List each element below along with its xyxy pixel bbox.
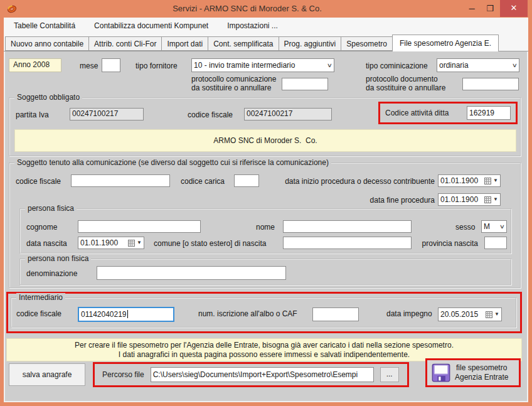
close-button[interactable]: ✕ — [500, 0, 528, 17]
info-banner-line1: Per creare il file spesometro per l'Agen… — [7, 341, 521, 350]
date-value: 01.01.1900 — [80, 238, 126, 247]
calendar-icon — [128, 240, 135, 247]
data-fine-datepicker[interactable]: 01.01.1900 ▼ — [438, 193, 501, 206]
chevron-down-icon: ∨ — [499, 223, 505, 230]
tab-file-spesometro-agenzia[interactable]: File spesometro Agenzia E. — [392, 35, 499, 51]
titlebar: Servizi - ARMO SNC di Moroder S. & Co. ─… — [0, 0, 532, 18]
calendar-icon — [486, 311, 492, 318]
tab-prog-aggiuntivi[interactable]: Prog. aggiuntivi — [279, 36, 342, 51]
codice-fiscale-intermediario-input[interactable]: 01142040219 — [78, 307, 174, 322]
codice-fiscale-label: codice fiscale — [16, 309, 61, 318]
percorso-file-label: Percorso file — [102, 370, 144, 379]
highlight-frame-intermediario: Intermediario codice fiscale 01142040219… — [6, 292, 522, 333]
group-persona-fisica: persona fisica cognome nome sesso M ∨ da… — [19, 208, 511, 254]
browse-button[interactable]: ... — [380, 367, 399, 382]
group-title: Soggetto tenuto alla comunicazione (se d… — [14, 158, 331, 167]
provincia-nascita-input[interactable] — [484, 237, 507, 249]
codice-fiscale-label: codice fiscale — [188, 110, 233, 119]
codice-carica-input[interactable] — [234, 174, 259, 187]
nome-input[interactable] — [283, 220, 412, 233]
codice-attivita-input[interactable]: 162919 — [467, 106, 511, 120]
data-inizio-datepicker[interactable]: 01.01.1900 ▼ — [438, 174, 501, 187]
text-caret — [127, 310, 128, 318]
dropdown-arrow-icon: ▼ — [493, 196, 498, 203]
dropdown-arrow-icon: ▼ — [494, 311, 499, 318]
group-title: Soggetto obbligato — [14, 93, 82, 102]
data-fine-label: data fine procedura — [260, 196, 435, 205]
albo-caf-input[interactable] — [312, 307, 359, 321]
sesso-select[interactable]: M ∨ — [481, 220, 507, 233]
group-intermediario: Intermediario codice fiscale 01142040219… — [11, 297, 516, 328]
sesso-value: M — [484, 222, 490, 231]
tab-cont-semplificata[interactable]: Cont. semplificata — [208, 36, 279, 51]
data-nascita-label: data nascita — [26, 239, 67, 248]
denominazione-label: denominazione — [26, 269, 77, 278]
albo-caf-label: num. iscrizione all'albo o CAF — [198, 309, 297, 318]
calendar-icon — [484, 196, 491, 203]
dropdown-arrow-icon: ▼ — [493, 178, 498, 184]
partita-iva-label: partita Iva — [16, 110, 49, 119]
protocollo-comunicazione-input[interactable] — [282, 78, 328, 90]
tab-import-dati[interactable]: Import dati — [161, 36, 208, 51]
window-title: Servizi - ARMO SNC di Moroder S. & Co. — [38, 0, 457, 18]
codice-fiscale-input[interactable]: 00247100217 — [244, 108, 332, 120]
data-nascita-datepicker[interactable]: 01.01.1900 ▼ — [78, 237, 144, 249]
tipo-fornitore-label: tipo fornitore — [136, 61, 178, 70]
denominazione-input[interactable] — [97, 266, 286, 280]
group-persona-non-fisica: persona non fisica denominazione — [19, 259, 511, 285]
codice-carica-label: codice carica — [181, 177, 225, 186]
mese-label: mese — [80, 61, 98, 70]
dropdown-arrow-icon: ▼ — [137, 240, 142, 246]
ragione-sociale-banner: ARMO SNC di Moroder S. Co. — [14, 129, 516, 152]
provincia-nascita-label: provincia nascita — [415, 239, 478, 248]
nome-label: nome — [238, 223, 275, 232]
tipo-fornitore-select[interactable]: 10 - invio tramite intermediario ∨ — [191, 58, 334, 72]
menu-tabelle-contabilita[interactable]: Tabelle Contabilitá — [14, 21, 75, 30]
minimize-button[interactable]: ─ — [464, 1, 479, 16]
mese-input[interactable] — [102, 58, 120, 72]
sesso-label: sesso — [455, 223, 475, 232]
anno-field: Anno 2008 — [9, 58, 61, 72]
chevron-down-icon: ∨ — [327, 62, 332, 68]
group-title: Intermediario — [16, 293, 65, 302]
partita-iva-input[interactable]: 00247100217 — [70, 108, 144, 120]
tab-attrib-conti-cli-for[interactable]: Attrib. conti Cli-For — [88, 36, 162, 51]
group-title: persona non fisica — [25, 254, 91, 263]
date-value: 01.01.1900 — [440, 195, 482, 204]
protocollo-documento-input[interactable] — [462, 78, 519, 90]
percorso-file-input[interactable]: C:\Users\sieg\Documents\Import+Export\Sp… — [151, 367, 374, 382]
tab-strip: Nuovo anno contabile Attrib. conti Cli-F… — [4, 34, 528, 51]
codice-fiscale-input[interactable] — [71, 174, 170, 187]
data-impegno-datepicker[interactable]: 20.05.2015 ▼ — [438, 307, 502, 321]
tab-nuovo-anno-contabile[interactable]: Nuovo anno contabile — [5, 36, 89, 51]
tipo-comunicazione-label: tipo cominicazione — [366, 61, 428, 70]
cognome-label: cognome — [26, 223, 57, 232]
floppy-disk-icon — [432, 363, 450, 382]
file-spesometro-button[interactable]: file spesometro Agenzia Entrate — [427, 360, 519, 385]
cognome-input[interactable] — [78, 220, 201, 233]
menu-contabilizza-documenti[interactable]: Contabilizza documenti Kompunet — [94, 21, 208, 30]
salva-anagrafe-button[interactable]: salva anagrafe — [9, 363, 85, 386]
highlight-frame-file-spesometro: file spesometro Agenzia Entrate — [425, 358, 521, 387]
codice-attivita-label: Codice attivitá ditta — [385, 109, 449, 117]
tab-spesometro[interactable]: Spesometro — [341, 36, 393, 51]
comune-nascita-label: comune [o stato estero] di nascita — [154, 239, 266, 248]
protocollo-documento-label: protocollo documento da sostituire o ann… — [366, 75, 445, 92]
menu-bar: Tabelle Contabilitá Contabilizza documen… — [4, 18, 528, 34]
data-impegno-label: data impegno — [386, 309, 432, 318]
tab-panel-file-spesometro: Anno 2008 mese tipo fornitore 10 - invio… — [4, 51, 528, 402]
codice-fiscale-label: codice fiscale — [16, 177, 61, 186]
calendar-icon — [484, 178, 491, 184]
tipo-comunicazione-select[interactable]: ordinaria ∨ — [437, 58, 519, 72]
tipo-comunicazione-value: ordinaria — [439, 61, 469, 70]
date-value: 01.01.1900 — [440, 176, 482, 185]
date-value: 20.05.2015 — [440, 310, 484, 319]
chevron-down-icon: ∨ — [512, 62, 518, 68]
file-spesometro-button-label: file spesometro Agenzia Entrate — [455, 363, 508, 382]
group-soggetto-tenuto: Soggetto tenuto alla comunicazione (se d… — [9, 163, 521, 288]
highlight-frame-percorso-file: Percorso file C:\Users\sieg\Documents\Im… — [93, 362, 409, 387]
group-title: persona fisica — [25, 204, 77, 213]
comune-nascita-input[interactable] — [283, 237, 412, 249]
menu-impostazioni[interactable]: Impostazioni ... — [227, 21, 278, 30]
maximize-button[interactable]: ❒ — [482, 1, 497, 16]
